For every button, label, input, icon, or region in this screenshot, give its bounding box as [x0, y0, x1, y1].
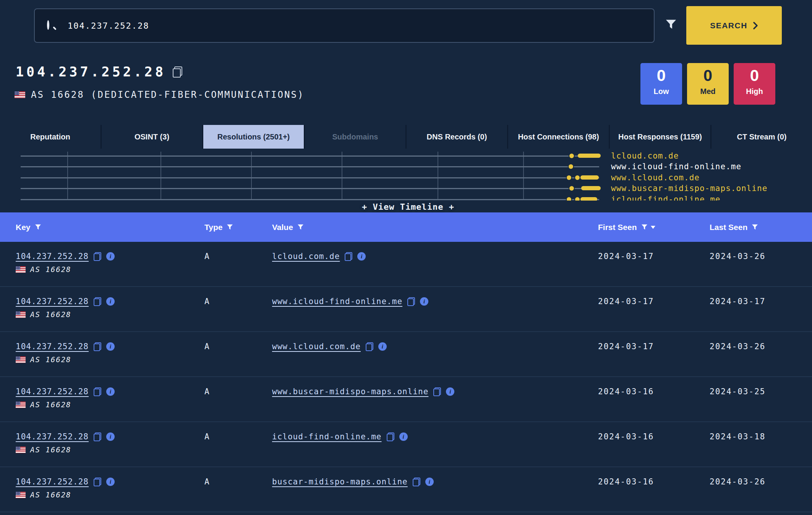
- copy-icon[interactable]: [94, 478, 101, 486]
- timeline-marker: [574, 175, 580, 181]
- tab-osint[interactable]: OSINT (3): [102, 125, 202, 149]
- timeline-domain-label: icloud-find-online.me: [611, 195, 721, 201]
- table-row: 104.237.252.28 AS 16628 A buscar-midispo…: [0, 467, 812, 512]
- risk-count-low: 0: [657, 68, 666, 84]
- tab-ct-stream[interactable]: CT Stream (0): [712, 125, 812, 149]
- info-icon[interactable]: [420, 297, 428, 306]
- info-icon[interactable]: [106, 478, 115, 486]
- copy-icon[interactable]: [433, 387, 441, 396]
- row-value-link[interactable]: buscar-midispo-maps.online: [272, 477, 408, 486]
- info-icon[interactable]: [446, 387, 454, 396]
- tab-dns-records[interactable]: DNS Records (0): [407, 125, 507, 149]
- chevron-right-icon: [753, 21, 758, 30]
- copy-icon[interactable]: [94, 252, 101, 261]
- copy-icon[interactable]: [387, 432, 394, 441]
- info-icon[interactable]: [357, 252, 366, 261]
- timeline-marker: [578, 154, 601, 158]
- row-key-link[interactable]: 104.237.252.28: [16, 297, 89, 306]
- search-input[interactable]: [68, 21, 654, 31]
- copy-icon[interactable]: [94, 387, 101, 396]
- row-key-link[interactable]: 104.237.252.28: [16, 252, 89, 261]
- row-value-link[interactable]: www.icloud-find-online.me: [272, 297, 402, 306]
- filter-icon[interactable]: [752, 224, 758, 230]
- column-header-key[interactable]: Key: [16, 223, 204, 232]
- info-icon[interactable]: [106, 387, 115, 396]
- value-cell: www.buscar-midispo-maps.online: [272, 387, 598, 396]
- app-root: { "search": { "query": "104.237.252.28",…: [0, 0, 812, 515]
- resolution-timeline: lcloud.com.de www.icloud-find-online.me …: [0, 149, 812, 212]
- value-cell: www.lcloud.com.de: [272, 342, 598, 351]
- column-header-first-seen[interactable]: First Seen: [598, 223, 710, 232]
- risk-label-low: Low: [654, 87, 669, 96]
- column-label: Type: [204, 223, 222, 232]
- copy-icon[interactable]: [173, 66, 182, 78]
- table-row: 104.237.252.28 AS 16628 A www.lcloud.com…: [0, 332, 812, 377]
- value-cell: buscar-midispo-maps.online: [272, 477, 598, 486]
- copy-icon[interactable]: [94, 342, 101, 351]
- search-button[interactable]: SEARCH: [686, 6, 782, 45]
- copy-icon[interactable]: [94, 297, 101, 306]
- search-icon: [47, 21, 55, 30]
- risk-count-med: 0: [703, 68, 712, 84]
- row-type: A: [204, 387, 272, 396]
- sort-caret-icon[interactable]: [651, 226, 655, 229]
- tab-subdomains[interactable]: Subdomains: [305, 125, 405, 149]
- row-key-link[interactable]: 104.237.252.28: [16, 342, 89, 351]
- filter-icon[interactable]: [641, 224, 648, 230]
- filter-icon[interactable]: [227, 224, 233, 230]
- timeline-gridline: [523, 152, 524, 199]
- row-value-link[interactable]: lcloud.com.de: [272, 252, 340, 261]
- table-header: Key Type Value First Seen Last Seen: [0, 212, 812, 242]
- info-icon[interactable]: [425, 478, 434, 486]
- copy-icon[interactable]: [366, 342, 373, 351]
- tab-reputation[interactable]: Reputation: [0, 125, 100, 149]
- row-asn: AS 16628: [30, 491, 71, 499]
- info-icon[interactable]: [378, 342, 387, 351]
- timeline-domain-label: www.icloud-find-online.me: [611, 162, 741, 171]
- filter-icon[interactable]: [35, 224, 41, 230]
- row-type: A: [204, 432, 272, 441]
- timeline-track: [21, 166, 599, 167]
- row-value-link[interactable]: icloud-find-online.me: [272, 432, 382, 441]
- timeline-marker: [569, 185, 575, 191]
- info-icon[interactable]: [106, 432, 115, 441]
- search-filter-icon[interactable]: [665, 19, 677, 30]
- search-bar: [34, 8, 655, 43]
- timeline-marker: [581, 186, 601, 190]
- timeline-gridline: [342, 152, 342, 199]
- tab-host-connections[interactable]: Host Connections (98): [508, 125, 609, 149]
- timeline-track: [21, 199, 599, 200]
- copy-icon[interactable]: [407, 297, 415, 306]
- filter-icon[interactable]: [297, 224, 304, 230]
- key-cell: 104.237.252.28 AS 16628: [16, 432, 204, 454]
- row-last-seen: 2024-03-26: [710, 252, 812, 261]
- tab-bar: Reputation OSINT (3) Resolutions (2501+)…: [0, 125, 812, 149]
- tab-host-responses[interactable]: Host Responses (1159): [610, 125, 710, 149]
- row-type: A: [204, 342, 272, 351]
- row-value-link[interactable]: www.lcloud.com.de: [272, 342, 361, 351]
- column-header-type[interactable]: Type: [204, 223, 272, 232]
- us-flag-icon: [16, 356, 26, 363]
- column-header-value[interactable]: Value: [272, 223, 598, 232]
- column-header-last-seen[interactable]: Last Seen: [710, 223, 812, 232]
- row-key-link[interactable]: 104.237.252.28: [16, 387, 89, 396]
- row-key-link[interactable]: 104.237.252.28: [16, 477, 89, 486]
- tab-resolutions[interactable]: Resolutions (2501+): [203, 125, 304, 149]
- info-icon[interactable]: [399, 432, 408, 441]
- info-icon[interactable]: [106, 297, 115, 306]
- copy-icon[interactable]: [413, 478, 420, 486]
- view-timeline-button[interactable]: + View Timeline +: [362, 202, 454, 212]
- copy-icon[interactable]: [94, 432, 101, 441]
- copy-icon[interactable]: [345, 252, 352, 261]
- row-key-link[interactable]: 104.237.252.28: [16, 432, 89, 441]
- info-icon[interactable]: [106, 342, 115, 351]
- key-cell: 104.237.252.28 AS 16628: [16, 297, 204, 319]
- info-icon[interactable]: [106, 252, 115, 261]
- us-flag-icon: [16, 311, 26, 318]
- key-cell: 104.237.252.28 AS 16628: [16, 477, 204, 499]
- timeline-track: [21, 177, 599, 178]
- column-label: Key: [16, 223, 31, 232]
- row-type: A: [204, 252, 272, 261]
- row-value-link[interactable]: www.buscar-midispo-maps.online: [272, 387, 428, 396]
- row-last-seen: 2024-03-18: [710, 432, 812, 441]
